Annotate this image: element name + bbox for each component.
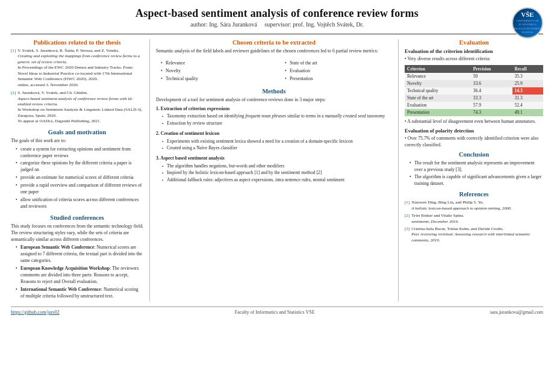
divider-mid-right bbox=[398, 39, 399, 302]
ref1-num: [1] bbox=[11, 48, 16, 88]
table-row: Novelty 33.6 25.9 bbox=[405, 80, 543, 87]
criteria-columns: RelevanceNoveltyTechnical quality State … bbox=[156, 58, 392, 84]
method-bullet: Inspired by the holistic lexicon-based a… bbox=[162, 170, 392, 176]
table-row: Technical quality 36.4 14.3 bbox=[405, 87, 543, 95]
table-cell-recall: 25.9 bbox=[512, 80, 543, 87]
criteria-col-1: RelevanceNoveltyTechnical quality bbox=[156, 58, 268, 84]
criteria-item: Technical quality bbox=[161, 76, 268, 82]
university-logo: VŠE UNIVERSITY OFECONOMICSPRAGUE BUSINES… bbox=[512, 7, 543, 39]
eval-table-container: CriterionPrecisionRecall Relevance 50 35… bbox=[405, 65, 543, 116]
ref-num: [2] bbox=[405, 213, 409, 225]
eval-intro: • Very diverse results across different … bbox=[405, 56, 543, 63]
ref-num: [1] bbox=[405, 200, 409, 211]
table-row: Evaluation 57.9 52.4 bbox=[405, 102, 543, 109]
eval-polarity-text: • Over 75.7% of comments with correctly … bbox=[405, 135, 543, 149]
conference-item: European Knowledge Acquisition Workshop:… bbox=[16, 266, 143, 285]
table-cell-criterion: Presentation bbox=[405, 109, 471, 116]
footer-link[interactable]: https://github.com/jurs02 bbox=[11, 310, 60, 315]
conclusion-title: Conclusion bbox=[405, 151, 543, 158]
criteria-col-2: State of the artEvaluationPresentation bbox=[280, 58, 392, 84]
method-bullet: Extraction by review structure bbox=[162, 120, 392, 127]
conference-item: International Semantic Web Conference: N… bbox=[16, 287, 143, 300]
ref-num: [3] bbox=[405, 226, 409, 243]
table-cell-precision: 50 bbox=[471, 73, 512, 80]
table-cell-precision: 33.6 bbox=[471, 80, 512, 87]
method-step: 1. Extraction of criterion expressionsTa… bbox=[156, 106, 392, 127]
eval-criterion-title: Evaluation of the criterion identificati… bbox=[405, 48, 543, 54]
goal-item: provide a rapid overview and comparison … bbox=[16, 182, 143, 196]
table-cell-recall: 52.4 bbox=[512, 102, 543, 109]
chosen-intro: Semantic analysis of the field labels an… bbox=[156, 48, 392, 55]
page-title: Aspect-based sentiment analysis of confe… bbox=[11, 7, 543, 20]
table-cell-recall: 35.3 bbox=[512, 73, 543, 80]
methods-list: 1. Extraction of criterion expressionsTa… bbox=[156, 106, 392, 184]
goal-item: provide an estimate for numerical scores… bbox=[16, 175, 143, 181]
right-references: [1] Xiaowen Ding, Bing Liu, and Philip S… bbox=[405, 200, 543, 243]
goal-item: categorize these opinions by the differe… bbox=[16, 160, 143, 173]
method-bullet: Created using a Naïve Bayes classifier bbox=[162, 145, 392, 152]
ref-content: Cristina-Iulia Bucur, Tobias Kuhn, and D… bbox=[411, 226, 543, 243]
ref2-num: [2] bbox=[11, 90, 16, 125]
criteria-item: Presentation bbox=[285, 76, 392, 82]
eval-note: • A substantial level of disagreement ev… bbox=[405, 119, 543, 125]
method-bullet: The algorithm handles negations, but-wor… bbox=[162, 163, 392, 170]
goals-intro: The goals of this work are to: bbox=[11, 138, 143, 145]
publications-title: Publications related to the thesis bbox=[11, 39, 143, 46]
table-cell-precision: 36.4 bbox=[471, 87, 512, 95]
table-cell-criterion: Evaluation bbox=[405, 102, 471, 109]
table-cell-criterion: Relevance bbox=[405, 73, 471, 80]
criteria-item: Novelty bbox=[161, 68, 268, 75]
method-bullet: Taxonomy extraction based on identifying… bbox=[162, 113, 392, 120]
divider-left-mid bbox=[149, 39, 150, 302]
table-cell-precision: 33.3 bbox=[471, 95, 512, 102]
references-title: References bbox=[405, 191, 543, 198]
mid-column: Chosen criteria to be extracted Semantic… bbox=[156, 39, 392, 187]
table-cell-precision: 57.9 bbox=[471, 102, 512, 109]
conclusion-item: The algorithm is capable of significant … bbox=[409, 174, 543, 187]
right-column: Evaluation Evaluation of the criterion i… bbox=[405, 39, 543, 245]
table-header: Criterion bbox=[405, 65, 471, 73]
ref-2: [2] S. Juranková, V. Svátek, and Ch. Ghi… bbox=[11, 90, 143, 125]
criteria-list-2: State of the artEvaluationPresentation bbox=[280, 60, 392, 82]
chosen-title: Chosen criteria to be extracted bbox=[156, 39, 392, 46]
goals-list: create a system for extracting opinions … bbox=[11, 146, 143, 210]
table-cell-criterion: Novelty bbox=[405, 80, 471, 87]
studied-intro: This study focuses on conferences from t… bbox=[11, 223, 143, 243]
studied-title: Studied conferences bbox=[11, 214, 143, 221]
ref1-content: V. Svátek, S. Juranková, R. Šalda, P. St… bbox=[17, 48, 143, 88]
eval-polarity-title: Evaluation of polarity detection bbox=[405, 128, 543, 134]
table-header: Recall bbox=[512, 65, 543, 73]
footer-faculty: Faculty of Informatics and Statistics VS… bbox=[235, 310, 315, 315]
method-step: 3. Aspect based sentiment analysisThe al… bbox=[156, 155, 392, 184]
conclusion-item: The result for the sentiment analysis re… bbox=[409, 160, 543, 173]
method-bullet: Experiments with existing sentiment lexi… bbox=[162, 138, 392, 145]
table-cell-recall: 49.1 bbox=[512, 109, 543, 116]
criteria-item: Evaluation bbox=[285, 68, 392, 75]
goal-item: create a system for extracting opinions … bbox=[16, 146, 143, 160]
logo-text: VŠE bbox=[521, 11, 534, 19]
header-author: author: Ing. Sára Juranková supervisor: … bbox=[11, 21, 543, 28]
header-divider bbox=[11, 34, 543, 34]
table-row: Presentation 74.3 49.1 bbox=[405, 109, 543, 116]
publications-list: [1] V. Svátek, S. Juranková, R. Šalda, P… bbox=[11, 48, 143, 125]
criteria-item: State of the art bbox=[285, 60, 392, 67]
right-ref-item: [1] Xiaowen Ding, Bing Liu, and Philip S… bbox=[405, 200, 543, 211]
table-cell-recall: 31.3 bbox=[512, 95, 543, 102]
conclusion-list: The result for the sentiment analysis re… bbox=[405, 160, 543, 188]
conferences-list: European Semantic Web Conference: Numeri… bbox=[11, 244, 143, 299]
header: VŠE UNIVERSITY OFECONOMICSPRAGUE BUSINES… bbox=[11, 7, 543, 28]
goal-item: allow unification of criteria scores acr… bbox=[16, 197, 143, 210]
method-step: 2. Creation of sentiment lexiconExperime… bbox=[156, 131, 392, 152]
methods-title: Methods bbox=[156, 88, 392, 95]
table-row: State of the art 33.3 31.3 bbox=[405, 95, 543, 102]
table-row: Relevance 50 35.3 bbox=[405, 73, 543, 80]
table-header: Precision bbox=[471, 65, 512, 73]
eval-title: Evaluation bbox=[405, 39, 543, 46]
logo-subtext: UNIVERSITY OFECONOMICSPRAGUE BUSINESSSCH… bbox=[514, 19, 541, 35]
ref-content: Xiaowen Ding, Bing Liu, and Philip S. Yu… bbox=[411, 200, 511, 211]
criteria-item: Relevance bbox=[161, 60, 268, 67]
table-cell-recall: 14.3 bbox=[512, 87, 543, 95]
main-columns: Publications related to the thesis [1] V… bbox=[11, 39, 543, 302]
footer: https://github.com/jurs02 Faculty of Inf… bbox=[11, 306, 543, 315]
methods-intro: Development of a tool for sentiment anal… bbox=[156, 97, 392, 104]
